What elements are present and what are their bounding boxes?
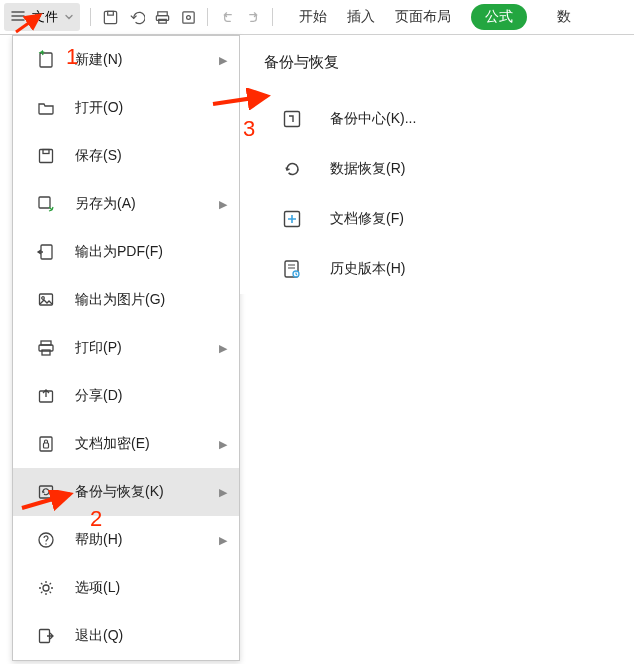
new-file-icon: ✦	[33, 50, 59, 70]
svg-rect-20	[44, 443, 49, 448]
submenu-item-datarecover[interactable]: 数据恢复(R)	[240, 144, 620, 194]
menu-label: 帮助(H)	[75, 531, 219, 549]
file-menu-button[interactable]: 文件	[4, 3, 80, 31]
gear-icon	[33, 578, 59, 598]
svg-rect-9	[40, 150, 53, 163]
menu-item-help[interactable]: 帮助(H) ▶	[13, 516, 239, 564]
pdf-icon	[33, 242, 59, 262]
svg-rect-11	[39, 197, 50, 208]
menu-item-exit[interactable]: 退出(Q)	[13, 612, 239, 660]
submenu-item-history[interactable]: 历史版本(H)	[240, 244, 620, 294]
menu-item-share[interactable]: 分享(D)	[13, 372, 239, 420]
undo-icon[interactable]	[123, 3, 149, 31]
hamburger-icon	[10, 8, 26, 27]
submenu-arrow-icon: ▶	[219, 534, 227, 547]
share-icon	[33, 386, 59, 406]
print-icon	[33, 338, 59, 358]
menu-label: 新建(N)	[75, 51, 219, 69]
submenu-item-backupcenter[interactable]: 备份中心(K)...	[240, 94, 620, 144]
tab-insert[interactable]: 插入	[347, 8, 375, 26]
menu-item-backup[interactable]: 备份与恢复(K) ▶	[13, 468, 239, 516]
svg-point-6	[186, 15, 190, 19]
svg-point-23	[45, 543, 46, 544]
backup-center-icon	[278, 108, 306, 130]
submenu-title: 备份与恢复	[264, 53, 620, 72]
menu-label: 打开(O)	[75, 99, 227, 117]
ribbon-tabs: 开始 插入 页面布局 公式 数	[299, 0, 571, 34]
backup-submenu: 备份与恢复 备份中心(K)... 数据恢复(R) 文档修复(F) 历史版本(H)	[240, 35, 620, 294]
menu-label: 备份与恢复(K)	[75, 483, 219, 501]
submenu-arrow-icon: ▶	[219, 438, 227, 451]
folder-open-icon	[33, 98, 59, 118]
toolbar-separator	[207, 8, 208, 26]
submenu-label: 备份中心(K)...	[330, 110, 416, 128]
saveas-icon	[33, 194, 59, 214]
menu-item-options[interactable]: 选项(L)	[13, 564, 239, 612]
toolbar-separator	[272, 8, 273, 26]
submenu-arrow-icon: ▶	[219, 198, 227, 211]
svg-rect-5	[182, 11, 193, 22]
tab-layout[interactable]: 页面布局	[395, 8, 451, 26]
menu-label: 输出为PDF(F)	[75, 243, 227, 261]
lock-icon	[33, 434, 59, 454]
preview-icon[interactable]	[175, 3, 201, 31]
menu-label: 打印(P)	[75, 339, 219, 357]
svg-rect-1	[107, 11, 113, 15]
menu-label: 另存为(A)	[75, 195, 219, 213]
svg-rect-10	[43, 150, 49, 154]
exit-icon	[33, 626, 59, 646]
submenu-label: 文档修复(F)	[330, 210, 404, 228]
tab-start[interactable]: 开始	[299, 8, 327, 26]
submenu-label: 数据恢复(R)	[330, 160, 405, 178]
submenu-item-docrepair[interactable]: 文档修复(F)	[240, 194, 620, 244]
menu-item-open[interactable]: 打开(O)	[13, 84, 239, 132]
toolbar: 文件 开始 插入 页面布局 公式 数	[0, 0, 634, 35]
help-icon	[33, 530, 59, 550]
menu-item-print[interactable]: 打印(P) ▶	[13, 324, 239, 372]
file-menu-label: 文件	[32, 8, 58, 26]
menu-item-new[interactable]: ✦ 新建(N) ▶	[13, 36, 239, 84]
svg-rect-21	[40, 486, 53, 498]
menu-item-save[interactable]: 保存(S)	[13, 132, 239, 180]
toolbar-separator	[90, 8, 91, 26]
svg-text:✦: ✦	[39, 50, 46, 57]
tab-more[interactable]: 数	[557, 8, 571, 26]
doc-repair-icon	[278, 208, 306, 230]
save-icon	[33, 146, 59, 166]
submenu-arrow-icon: ▶	[219, 54, 227, 67]
data-recover-icon	[278, 158, 306, 180]
image-icon	[33, 290, 59, 310]
file-menu-dropdown: ✦ 新建(N) ▶ 打开(O) 保存(S) 另存为(A) ▶ 输出为PDF(F)…	[12, 35, 240, 661]
menu-label: 输出为图片(G)	[75, 291, 227, 309]
svg-point-24	[43, 585, 49, 591]
svg-point-14	[42, 297, 45, 300]
submenu-arrow-icon: ▶	[219, 342, 227, 355]
tab-formula[interactable]: 公式	[471, 4, 527, 30]
menu-item-exportimg[interactable]: 输出为图片(G)	[13, 276, 239, 324]
menu-label: 选项(L)	[75, 579, 227, 597]
submenu-arrow-icon: ▶	[219, 486, 227, 499]
svg-rect-26	[285, 112, 300, 127]
backup-icon	[33, 482, 59, 502]
history-icon	[278, 258, 306, 280]
submenu-label: 历史版本(H)	[330, 260, 405, 278]
chevron-down-icon	[64, 12, 74, 22]
svg-rect-19	[40, 437, 52, 451]
save-icon[interactable]	[97, 3, 123, 31]
print-icon[interactable]	[149, 3, 175, 31]
redo-arrow-icon[interactable]	[240, 3, 266, 31]
menu-label: 分享(D)	[75, 387, 227, 405]
menu-item-exportpdf[interactable]: 输出为PDF(F)	[13, 228, 239, 276]
undo-arrow-icon[interactable]	[214, 3, 240, 31]
menu-item-saveas[interactable]: 另存为(A) ▶	[13, 180, 239, 228]
svg-rect-0	[104, 11, 116, 23]
menu-label: 保存(S)	[75, 147, 227, 165]
svg-rect-4	[158, 19, 166, 23]
menu-label: 退出(Q)	[75, 627, 227, 645]
menu-item-encrypt[interactable]: 文档加密(E) ▶	[13, 420, 239, 468]
menu-label: 文档加密(E)	[75, 435, 219, 453]
